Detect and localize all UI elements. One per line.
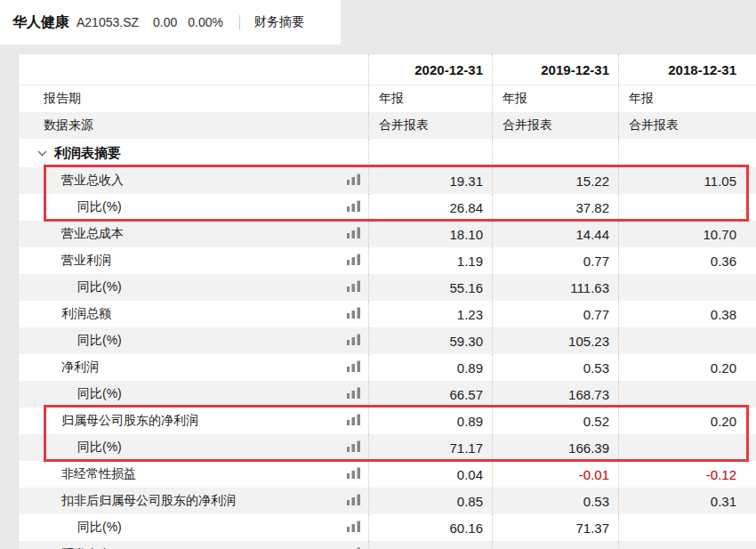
table-row[interactable]: 净利润 0.89 0.53 0.20 (19, 354, 756, 381)
value-cell: 26.84 (368, 194, 492, 221)
bar-chart-icon[interactable] (346, 226, 361, 242)
financial-summary-table: 2020-12-31 2019-12-31 2018-12-31 报告期 年报 … (18, 53, 756, 549)
row-label: 营业利润 (19, 253, 111, 269)
table-row[interactable]: 同比(%) 26.84 37.82 (19, 194, 756, 221)
column-header-2019[interactable]: 2019-12-31 (492, 54, 618, 85)
bar-chart-icon[interactable] (346, 520, 361, 536)
row-label: 营业总收入 (19, 173, 124, 189)
value-cell: 1.19 (368, 247, 492, 274)
section-income-statement[interactable]: 利润表摘要 (19, 139, 756, 167)
row-label: 归属母公司股东的净利润 (19, 413, 198, 429)
table-row[interactable]: 非经常性损益 0.04 -0.01 -0.12 (19, 461, 756, 488)
value-cell: 0.77 (492, 301, 618, 327)
bar-chart-icon[interactable] (346, 493, 361, 509)
value-cell: 合并报表 (618, 112, 756, 139)
value-cell: 0.38 (618, 301, 756, 327)
table-row[interactable]: 营业利润 1.19 0.77 0.36 (19, 247, 756, 274)
value-cell: 0.20 (618, 408, 756, 434)
value-cell: 0.31 (618, 488, 756, 514)
table-row[interactable]: 营业总收入 19.31 15.22 11.05 (19, 167, 756, 194)
value-cell: 0.89 (368, 408, 492, 434)
table-row[interactable]: 归属母公司股东的净利润 0.89 0.52 0.20 (19, 408, 756, 434)
value-cell: 年报 (618, 85, 756, 112)
divider (239, 15, 240, 30)
value-cell: 1.23 (368, 301, 492, 327)
bar-chart-icon[interactable] (346, 413, 361, 429)
value-cell: 168.73 (492, 381, 618, 408)
table-row-report-period[interactable]: 报告期 年报 年报 年报 (19, 85, 756, 112)
value-cell: 0.04 (368, 461, 492, 488)
value-cell: 0.77 (492, 247, 618, 274)
value-cell: 111.63 (492, 274, 618, 301)
table-row[interactable]: 研发支出 ? 0.00 (19, 541, 756, 549)
section-title: 利润表摘要 (54, 145, 121, 162)
row-label: 同比(%) (19, 520, 122, 536)
header-empty-cell (19, 54, 368, 85)
value-cell: -0.12 (618, 461, 756, 488)
column-header-2020[interactable]: 2020-12-31 (368, 54, 492, 85)
bar-chart-icon[interactable] (346, 306, 361, 322)
table-row[interactable]: 同比(%) 66.57 168.73 (19, 381, 756, 408)
table-row[interactable]: 营业总成本 18.10 14.44 10.70 (19, 221, 756, 247)
row-label: 扣非后归属母公司股东的净利润 (19, 493, 236, 509)
value-cell: 0.89 (368, 354, 492, 381)
table-row[interactable]: 利润总额 1.23 0.77 0.38 (19, 301, 756, 327)
value-cell: 55.16 (368, 274, 492, 301)
value-cell: 11.05 (618, 167, 756, 194)
bar-chart-icon[interactable] (346, 440, 361, 456)
value-cell: 60.16 (368, 514, 492, 541)
table-row[interactable]: 同比(%) 55.16 111.63 (19, 274, 756, 301)
table-row[interactable]: 同比(%) 59.30 105.23 (19, 327, 756, 354)
bar-chart-icon[interactable] (346, 173, 361, 189)
table-row-data-source[interactable]: 数据来源 合并报表 合并报表 合并报表 (19, 112, 756, 139)
value-cell: -0.01 (492, 461, 618, 488)
value-cell (618, 381, 756, 408)
value-cell: 年报 (492, 85, 618, 112)
value-cell: 0.53 (492, 354, 618, 381)
bar-chart-icon[interactable] (346, 466, 361, 482)
row-label: 利润总额 (19, 306, 111, 322)
row-label: 同比(%) (19, 199, 122, 215)
bar-chart-icon[interactable] (346, 333, 361, 349)
stock-code: A21053.SZ (76, 15, 139, 29)
value-cell: 59.30 (368, 327, 492, 354)
table-row[interactable]: 同比(%) 60.16 71.37 (19, 514, 756, 541)
table-row[interactable]: 同比(%) 71.17 166.39 (19, 434, 756, 461)
bar-chart-icon[interactable] (346, 199, 361, 215)
row-label: 非经常性损益 (19, 466, 136, 482)
value-cell: 0.00 (368, 541, 492, 549)
row-label: 报告期 (19, 91, 81, 107)
value-cell: 0.52 (492, 408, 618, 434)
stock-change-percent: 0.00% (188, 15, 223, 29)
value-cell: 14.44 (492, 221, 618, 247)
bar-chart-icon[interactable] (346, 359, 361, 375)
value-cell (618, 541, 756, 549)
value-cell: 合并报表 (368, 112, 492, 139)
row-label: 净利润 (19, 359, 99, 375)
bar-chart-icon[interactable] (346, 386, 361, 402)
stock-name: 华人健康 (12, 13, 69, 32)
table-header-row: 2020-12-31 2019-12-31 2018-12-31 (19, 54, 756, 85)
value-cell: 0.85 (368, 488, 492, 514)
column-header-2018[interactable]: 2018-12-31 (618, 54, 756, 85)
table-row[interactable]: 扣非后归属母公司股东的净利润 0.85 0.53 0.31 (19, 488, 756, 514)
value-cell (618, 327, 756, 354)
bar-chart-icon[interactable] (346, 253, 361, 269)
value-cell (618, 274, 756, 301)
tab-financial-summary[interactable]: 财务摘要 (254, 14, 304, 30)
value-cell: 166.39 (492, 434, 618, 461)
row-label: 同比(%) (19, 386, 122, 402)
value-cell: 19.31 (368, 167, 492, 194)
chevron-down-icon[interactable] (37, 150, 47, 157)
value-cell: 18.10 (368, 221, 492, 247)
bar-chart-icon[interactable] (346, 279, 361, 295)
value-cell: 66.57 (368, 381, 492, 408)
value-cell (618, 434, 756, 461)
stock-header-bar: 华人健康 A21053.SZ 0.00 0.00% 财务摘要 (0, 0, 341, 44)
row-label: 同比(%) (19, 279, 122, 295)
row-label: 同比(%) (19, 440, 122, 456)
row-label: 数据来源 (19, 117, 93, 133)
value-cell: 合并报表 (492, 112, 618, 139)
row-label: 营业总成本 (19, 226, 124, 242)
stock-price: 0.00 (153, 15, 177, 29)
